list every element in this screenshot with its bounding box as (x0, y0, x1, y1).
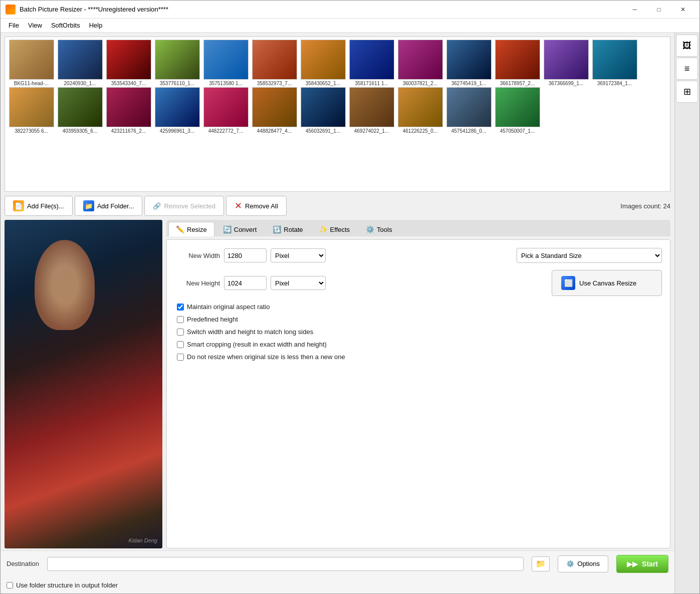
tools-tab-icon: ⚙️ (366, 225, 374, 233)
image-view-button[interactable]: 🖼 (676, 35, 698, 57)
minimize-button[interactable]: ─ (623, 2, 646, 17)
title-bar-left: Batch Picture Resizer - ****Unregistered… (6, 5, 168, 15)
maintain-aspect-ratio-checkbox[interactable] (177, 304, 184, 311)
predefined-height-label: Predefined height (187, 316, 238, 323)
width-field-row: New Width Pixel Percent Centimeter Inch (175, 248, 513, 262)
switch-width-height-label: Switch width and height to match long si… (187, 328, 313, 336)
image-view-icon: 🖼 (682, 41, 691, 51)
list-item[interactable]: 448222772_7... (202, 87, 250, 134)
list-item[interactable]: 358430652_1... (299, 40, 347, 86)
predefined-height-checkbox[interactable] (177, 316, 184, 323)
new-height-label: New Height (175, 279, 220, 287)
list-item[interactable]: BKG11-head-... (8, 40, 55, 86)
standard-size-select[interactable]: Pick a Standard Size (517, 248, 662, 263)
remove-selected-button[interactable]: 🔗 Remove Selected (144, 196, 224, 216)
list-item[interactable]: 457050007_1... (494, 87, 541, 134)
list-item[interactable]: 366178957_2... (494, 40, 541, 86)
new-height-row: New Height Pixel Percent Centimeter Inch… (175, 270, 662, 296)
grid-view-button[interactable]: ⊞ (676, 81, 698, 103)
remove-all-icon: ✕ (235, 200, 242, 211)
preview-image: Kidan Deng (5, 220, 162, 548)
add-files-label: Add File(s)... (27, 202, 64, 210)
toolbar-row: 📄 Add File(s)... 📁 Add Folder... 🔗 Remov… (1, 194, 674, 218)
remove-all-button[interactable]: ✕ Remove All (226, 196, 287, 216)
add-folder-label: Add Folder... (97, 202, 134, 210)
list-item[interactable]: 369172384_1... (591, 40, 638, 86)
list-item[interactable]: 461226225_0... (396, 87, 444, 134)
switch-width-height-checkbox[interactable] (177, 329, 184, 336)
close-button[interactable]: ✕ (671, 2, 694, 17)
do-not-resize-label: Do not resize when original size is less… (187, 353, 345, 361)
do-not-resize-checkbox[interactable] (177, 354, 184, 361)
maintain-aspect-ratio-row: Maintain original aspect ratio (175, 303, 662, 311)
smart-cropping-checkbox[interactable] (177, 341, 184, 348)
tab-rotate[interactable]: 🔃 Rotate (265, 222, 310, 236)
canvas-resize-icon: ⬜ (561, 276, 575, 290)
list-item[interactable]: 358171611 1... (348, 40, 395, 86)
list-item[interactable]: 425996961_3... (153, 87, 201, 134)
use-folder-structure-bar: Use folder structure in output folder (1, 576, 674, 593)
options-button[interactable]: ⚙️ Options (558, 555, 608, 572)
destination-label: Destination (7, 560, 39, 567)
list-item[interactable]: 403959305_6... (56, 87, 104, 134)
new-width-input[interactable] (224, 248, 267, 262)
list-item[interactable]: 362745419_1... (445, 40, 493, 86)
settings-content: New Width Pixel Percent Centimeter Inch (166, 239, 670, 548)
list-item[interactable]: 469274022_1... (348, 87, 395, 134)
list-item[interactable]: 360037821_2... (396, 40, 444, 86)
smart-cropping-row: Smart cropping (result in exact width an… (175, 341, 662, 348)
list-item[interactable]: 358532973_7... (251, 40, 298, 86)
new-width-label: New Width (175, 252, 220, 259)
menu-view[interactable]: View (24, 20, 46, 31)
grid-view-icon: ⊞ (683, 86, 691, 97)
effects-tab-icon: ✨ (319, 225, 328, 233)
list-item[interactable]: 457541286_0... (445, 87, 493, 134)
tab-resize[interactable]: ✏️ Resize (168, 222, 214, 236)
rotate-tab-label: Rotate (284, 226, 303, 233)
convert-tab-label: Convert (234, 226, 257, 233)
remove-all-label: Remove All (245, 202, 278, 210)
list-item[interactable]: 448828477_4... (251, 87, 298, 134)
list-item[interactable]: 20240930_1... (56, 40, 104, 86)
browse-destination-button[interactable]: 📁 (532, 556, 550, 571)
tabs-row: ✏️ Resize 🔄 Convert 🔃 Rotate ✨ (166, 220, 670, 236)
list-item[interactable]: 382273055 6... (8, 87, 55, 134)
start-button[interactable]: ▶▶ Start (616, 555, 668, 573)
start-icon: ▶▶ (627, 560, 638, 568)
list-item[interactable]: 423211676_2... (105, 87, 152, 134)
menu-file[interactable]: File (5, 20, 23, 31)
gear-icon: ⚙️ (566, 560, 574, 567)
canvas-resize-button[interactable]: ⬜ Use Canvas Resize (552, 270, 662, 296)
image-grid: BKG11-head-... 20240930_1... 353543340_7… (5, 37, 670, 136)
height-unit-select[interactable]: Pixel Percent Centimeter Inch (271, 276, 326, 290)
list-item[interactable]: 357513580 1... (202, 40, 250, 86)
width-unit-select[interactable]: Pixel Percent Centimeter Inch (271, 248, 326, 262)
tab-convert[interactable]: 🔄 Convert (215, 222, 265, 236)
list-item[interactable]: 367366699_1... (542, 40, 590, 86)
menu-softorbits[interactable]: SoftOrbits (47, 20, 84, 31)
list-view-button[interactable]: ≡ (676, 58, 698, 80)
options-label: Options (577, 560, 600, 567)
menu-help[interactable]: Help (85, 20, 107, 31)
list-item[interactable]: 353543340_7... (105, 40, 152, 86)
use-folder-structure-checkbox[interactable] (7, 582, 13, 588)
tab-tools[interactable]: ⚙️ Tools (358, 222, 399, 236)
list-item[interactable]: 353776110_1... (153, 40, 201, 86)
image-grid-container[interactable]: BKG11-head-... 20240930_1... 353543340_7… (5, 37, 670, 192)
maintain-aspect-ratio-label: Maintain original aspect ratio (187, 303, 270, 311)
preview-watermark: Kidan Deng (129, 537, 158, 543)
add-files-button[interactable]: 📄 Add File(s)... (5, 196, 73, 216)
title-bar: Batch Picture Resizer - ****Unregistered… (1, 1, 699, 19)
status-bar: Destination 📁 ⚙️ Options ▶▶ Start (1, 550, 674, 576)
add-folder-button[interactable]: 📁 Add Folder... (75, 196, 143, 216)
main-window: Batch Picture Resizer - ****Unregistered… (0, 0, 700, 594)
convert-tab-icon: 🔄 (223, 225, 231, 233)
destination-input[interactable] (47, 557, 524, 571)
start-label: Start (642, 560, 658, 568)
tab-effects[interactable]: ✨ Effects (312, 222, 358, 236)
images-count: Images count: 24 (620, 202, 670, 210)
new-height-input[interactable] (224, 276, 267, 290)
list-item[interactable]: 456032691_1... (299, 87, 347, 134)
maximize-button[interactable]: □ (647, 2, 670, 17)
main-content: BKG11-head-... 20240930_1... 353543340_7… (1, 33, 699, 593)
